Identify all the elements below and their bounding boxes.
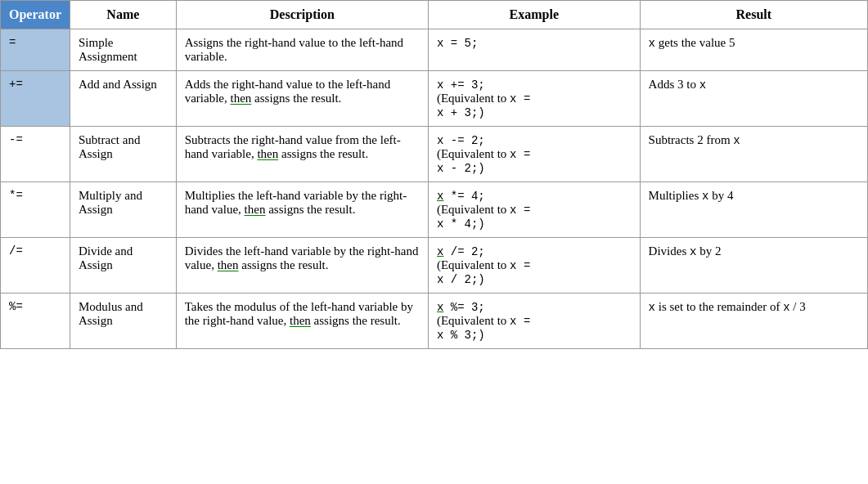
operators-table: Operator Name Description Example Result… <box>0 0 868 349</box>
name-cell: Modulus and Assign <box>70 294 176 349</box>
table-row: += Add and Assign Adds the right-hand va… <box>1 71 868 127</box>
table-row: *= Multiply and Assign Multiplies the le… <box>1 182 868 238</box>
description-cell: Multiplies the left-hand variable by the… <box>176 182 428 238</box>
description-cell: Assigns the right-hand value to the left… <box>176 29 428 71</box>
example-cell: x += 3; (Equivalent to x = x + 3;) <box>428 71 640 127</box>
operator-cell: -= <box>1 127 70 182</box>
example-cell: x *= 4; (Equivalent to x = x * 4;) <box>428 182 640 238</box>
description-cell: Adds the right-hand value to the left-ha… <box>176 71 428 127</box>
name-cell: Multiply and Assign <box>70 182 176 238</box>
col-header-name: Name <box>70 1 176 29</box>
name-cell: Divide and Assign <box>70 238 176 294</box>
name-cell: Add and Assign <box>70 71 176 127</box>
example-cell: x -= 2; (Equivalent to x = x - 2;) <box>428 127 640 182</box>
col-header-operator: Operator <box>1 1 70 29</box>
result-cell: x is set to the remainder of x / 3 <box>640 294 867 349</box>
operator-cell: %= <box>1 294 70 349</box>
table-row: = Simple Assignment Assigns the right-ha… <box>1 29 868 71</box>
result-cell: Divides x by 2 <box>640 238 867 294</box>
table-row: -= Subtract and Assign Subtracts the rig… <box>1 127 868 182</box>
result-cell: x gets the value 5 <box>640 29 867 71</box>
example-cell: x /= 2; (Equivalent to x = x / 2;) <box>428 238 640 294</box>
operator-cell: = <box>1 29 70 71</box>
col-header-result: Result <box>640 1 867 29</box>
description-cell: Subtracts the right-hand value from the … <box>176 127 428 182</box>
result-cell: Multiplies x by 4 <box>640 182 867 238</box>
operator-cell: += <box>1 71 70 127</box>
description-cell: Takes the modulus of the left-hand varia… <box>176 294 428 349</box>
operator-cell: /= <box>1 238 70 294</box>
name-cell: Simple Assignment <box>70 29 176 71</box>
name-cell: Subtract and Assign <box>70 127 176 182</box>
result-cell: Adds 3 to x <box>640 71 867 127</box>
example-cell: x %= 3; (Equivalent to x = x % 3;) <box>428 294 640 349</box>
description-cell: Divides the left-hand variable by the ri… <box>176 238 428 294</box>
col-header-example: Example <box>428 1 640 29</box>
result-cell: Subtracts 2 from x <box>640 127 867 182</box>
table-row: /= Divide and Assign Divides the left-ha… <box>1 238 868 294</box>
example-cell: x = 5; <box>428 29 640 71</box>
col-header-description: Description <box>176 1 428 29</box>
operator-cell: *= <box>1 182 70 238</box>
table-row: %= Modulus and Assign Takes the modulus … <box>1 294 868 349</box>
